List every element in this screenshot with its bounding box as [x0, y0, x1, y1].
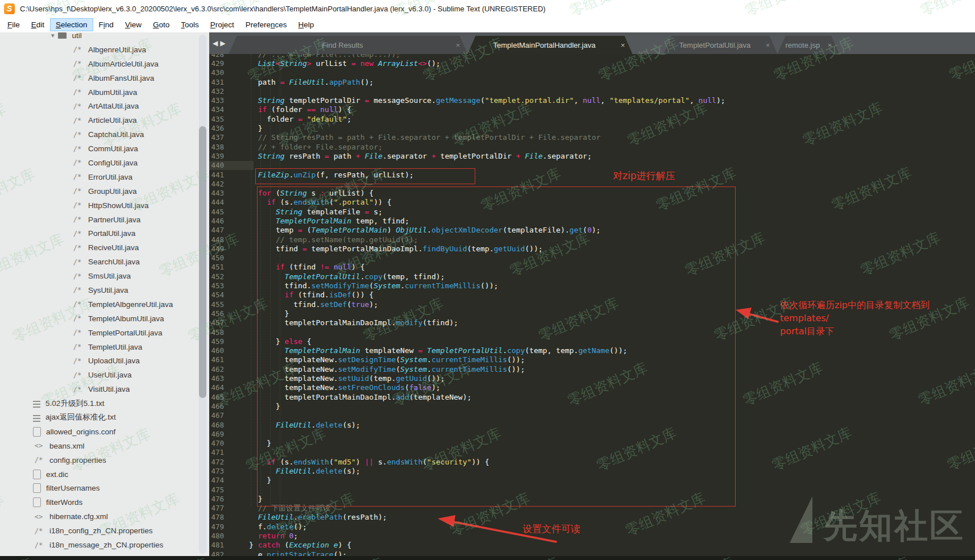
- sidebar-item[interactable]: /*TempletAlbgenreUtil.java: [0, 297, 209, 312]
- code-line[interactable]: 434if (folder == null) {: [209, 105, 975, 114]
- file-label: TempletAlbumUtil.java: [88, 314, 164, 323]
- menu-item-edit[interactable]: Edit: [26, 19, 49, 31]
- code-line[interactable]: 438// + folder+ File.separator;: [209, 142, 975, 151]
- close-icon[interactable]: ×: [820, 41, 839, 49]
- menu-item-selection[interactable]: Selection: [51, 19, 93, 31]
- code-line[interactable]: 431path = FileUtil.appPath();: [209, 77, 975, 86]
- line-number: 460: [209, 346, 224, 355]
- sidebar-folder-util[interactable]: ▾ util: [0, 32, 209, 43]
- sidebar-item[interactable]: /*UploadUtil.java: [0, 354, 209, 368]
- code-text: return 0;: [249, 532, 298, 540]
- sidebar-item[interactable]: /*AlbumArticleUtil.java: [0, 57, 209, 71]
- sidebar-item[interactable]: /*GroupUtil.java: [0, 184, 209, 198]
- line-number: 470: [209, 439, 224, 447]
- code-line[interactable]: 432: [209, 86, 975, 96]
- sidebar-item[interactable]: ajax返回值标准化.txt: [0, 410, 209, 425]
- sidebar-item[interactable]: /*CommUtil.java: [0, 142, 209, 156]
- code-line[interactable]: 429List<String> urlList = new ArrayList<…: [209, 59, 975, 68]
- menu-item-tools[interactable]: Tools: [176, 19, 204, 31]
- sidebar-scrollbar-thumb[interactable]: [199, 126, 206, 398]
- sidebar-item[interactable]: /*SysUtil.java: [0, 283, 209, 297]
- sidebar-item[interactable]: /*SmsUtil.java: [0, 269, 209, 283]
- code-line[interactable]: 437// String resPath = path + File.separ…: [209, 133, 975, 142]
- close-icon[interactable]: ×: [613, 41, 632, 49]
- chevron-down-icon[interactable]: ▾: [51, 32, 55, 39]
- tab-find-results[interactable]: Find Results×: [229, 36, 467, 54]
- sidebar-item[interactable]: <>beans.xml: [0, 439, 209, 453]
- file-label: ext.dic: [46, 470, 68, 479]
- close-icon[interactable]: ×: [448, 41, 467, 49]
- menu-item-view[interactable]: View: [120, 19, 147, 31]
- line-number: 435: [209, 115, 224, 123]
- sidebar-item[interactable]: /*ReciveUtil.java: [0, 240, 209, 255]
- java-file-icon: /*: [72, 300, 83, 308]
- file-label: PartnerUtil.java: [88, 215, 140, 224]
- code-line[interactable]: 482e.printStackTrace();: [209, 550, 975, 556]
- code-line[interactable]: 428// ... = new File(...(temp...));: [209, 54, 975, 59]
- sidebar-item[interactable]: ext.dic: [0, 467, 209, 482]
- file-label: ajax返回值标准化.txt: [45, 412, 116, 422]
- sidebar-item[interactable]: /*ArtAttaUtil.java: [0, 99, 209, 113]
- sidebar-item[interactable]: /*VisitUtil.java: [0, 382, 209, 396]
- sidebar-item[interactable]: /*ArticleUtil.java: [0, 113, 209, 127]
- sidebar-item[interactable]: /*CaptchaUtil.java: [0, 127, 209, 142]
- line-number: 450: [209, 254, 224, 262]
- code-line[interactable]: 435folder = "default";: [209, 114, 975, 123]
- sidebar-item[interactable]: /*TempletUtil.java: [0, 340, 209, 354]
- file-label: TempletAlbgenreUtil.java: [88, 300, 173, 309]
- line-number: 463: [209, 374, 224, 383]
- sidebar-item[interactable]: /*SearchUtil.java: [0, 255, 209, 269]
- sidebar-item[interactable]: /*AlbumUtil.java: [0, 85, 209, 99]
- line-number: 441: [209, 171, 224, 179]
- file-label: config.properties: [49, 456, 106, 464]
- sidebar-item[interactable]: <>hibernate.cfg.xml: [0, 509, 209, 524]
- sidebar-item[interactable]: /*AlbumFansUtil.java: [0, 71, 209, 85]
- sidebar-item[interactable]: /*AlbgenreUtil.java: [0, 43, 209, 57]
- sidebar-item[interactable]: 5.02升级到5.1.txt: [0, 396, 209, 410]
- code-line[interactable]: 430: [209, 68, 975, 77]
- java-file-icon: /*: [72, 131, 83, 139]
- sidebar-item[interactable]: /*UserUtil.java: [0, 368, 209, 382]
- code-text: path = FileUtil.appPath();: [249, 78, 374, 86]
- xml-file-icon: <>: [33, 442, 44, 450]
- code-line[interactable]: 436}: [209, 123, 975, 132]
- menu-item-help[interactable]: Help: [293, 19, 320, 31]
- close-icon[interactable]: ×: [758, 41, 777, 49]
- tab-next-icon[interactable]: ▶: [220, 39, 225, 47]
- sidebar-item[interactable]: /*config.properties: [0, 453, 209, 467]
- menu-item-file[interactable]: File: [2, 19, 25, 31]
- tab-templetportalutil-java[interactable]: TempletPortalUtil.java×: [663, 36, 777, 54]
- sidebar-item[interactable]: /*ErrorUtil.java: [0, 170, 209, 184]
- tab-remote-jsp[interactable]: remote.jsp×: [777, 36, 839, 54]
- code-text: folder = "default";: [249, 115, 351, 123]
- sidebar-item[interactable]: /*PortalUtil.java: [0, 226, 209, 240]
- code-line[interactable]: 439String resPath = path + File.separato…: [209, 151, 975, 160]
- tab-prev-icon[interactable]: ◀: [213, 39, 218, 47]
- sidebar-item[interactable]: /*TempletAlbumUtil.java: [0, 312, 209, 326]
- tab-templetmainportalhandler-java[interactable]: TempletMainPortalHandler.java×: [467, 36, 632, 54]
- code-editor[interactable]: 428// ... = new File(...(temp...));429Li…: [209, 54, 975, 556]
- folder-icon: [58, 32, 67, 39]
- line-number: 457: [209, 318, 224, 327]
- sidebar-item[interactable]: /*i18n_product_zh_CN.properties: [0, 552, 209, 556]
- code-line[interactable]: 433String templetPortalDir = messageSour…: [209, 96, 975, 105]
- sidebar-item[interactable]: allowed_origins.conf: [0, 425, 209, 439]
- sidebar-item[interactable]: /*TempletPortalUtil.java: [0, 326, 209, 340]
- file-label: AlbgenreUtil.java: [88, 45, 146, 54]
- sidebar-item[interactable]: /*i18n_message_zh_CN.properties: [0, 538, 209, 552]
- menu-item-find[interactable]: Find: [94, 19, 119, 31]
- sidebar-item[interactable]: /*ConfigUtil.java: [0, 156, 209, 170]
- doc-file-icon: [33, 497, 41, 507]
- doc-file-icon: [33, 470, 41, 479]
- menu-item-preferences[interactable]: Preferences: [240, 19, 292, 31]
- sidebar-item[interactable]: /*PartnerUtil.java: [0, 213, 209, 227]
- doc-file-icon: [33, 483, 41, 493]
- tab-label: Find Results: [229, 41, 448, 49]
- sidebar-item[interactable]: filterWords: [0, 495, 209, 509]
- sidebar-item[interactable]: filterUsernames: [0, 482, 209, 496]
- sidebar-item[interactable]: /*HttpShowUtil.java: [0, 198, 209, 213]
- menu-item-project[interactable]: Project: [205, 19, 239, 31]
- menu-item-goto[interactable]: Goto: [148, 19, 175, 31]
- line-number: 478: [209, 513, 224, 521]
- sidebar-item[interactable]: /*i18n_config_zh_CN.properties: [0, 524, 209, 538]
